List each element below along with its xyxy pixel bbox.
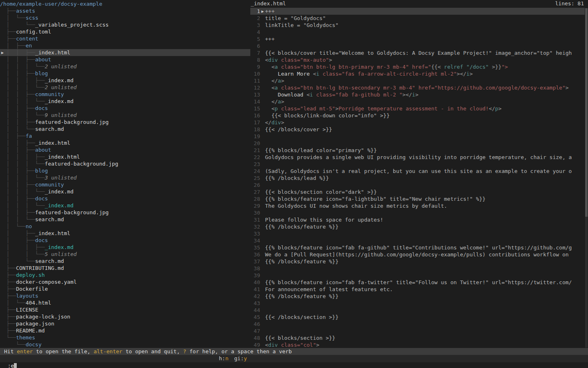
tree-row[interactable]: │ │ ├──about (0, 146, 250, 153)
code-line: 27{{< blocks/section color="dark" >}} (250, 188, 585, 195)
tree-row[interactable]: │ │ ├──blog (0, 167, 250, 174)
tree-row[interactable]: │ │ ├──docs (0, 195, 250, 202)
code-text: {{< blocks/section >}} (265, 334, 335, 341)
status-key-hint: ? (183, 348, 186, 355)
tree-row[interactable]: ├──README.md (0, 327, 250, 334)
tree-row[interactable]: │ ├──docs (0, 237, 250, 244)
line-number: 42 (250, 293, 260, 300)
line-number: 9 (250, 63, 260, 70)
tree-row[interactable]: │ │ │ └──_index.md (0, 202, 250, 209)
tree-row[interactable]: /home/example-user/docsy-example (0, 0, 250, 7)
tree-row[interactable]: │ │ ├──docs (0, 105, 250, 112)
tree-row[interactable]: │ │ │ ├──_index.md (0, 77, 250, 84)
command-input[interactable]: :e (8, 363, 14, 368)
tree-row[interactable]: │ │ │ └──_index.md (0, 188, 250, 195)
input-bar[interactable]: :e h:ngi:y (0, 355, 588, 362)
tree-row[interactable]: ├──CONTRIBUTING.md (0, 265, 250, 272)
line-number: 16 (250, 112, 260, 119)
tree-entry-name: assets (16, 8, 35, 14)
tree-row[interactable]: │ │ │ └──featured-background.jpg (0, 160, 250, 167)
line-marker-gap (260, 147, 265, 154)
tree-row[interactable]: │ ├──en (0, 42, 250, 49)
tree-row[interactable]: │ │ │ └──9 unlisted (0, 112, 250, 119)
tree-branch-lines: │ │ │ └── (0, 202, 45, 209)
tree-row[interactable]: ├──package-lock.json (0, 313, 250, 320)
tree-row[interactable]: ├──Dockerfile (0, 285, 250, 292)
tree-row[interactable]: │ ├──_index.html (0, 230, 250, 237)
tree-row[interactable]: │ │ ├──blog (0, 70, 250, 77)
code-line: 2title = "Goldydocs" (250, 15, 585, 22)
code-text: title = "Goldydocs" (265, 15, 326, 22)
code-line: 6 (250, 43, 585, 49)
tree-branch-lines: ├── (0, 272, 16, 278)
tree-row[interactable]: │ │ │ └──_index.md (0, 98, 250, 105)
line-marker-gap (260, 168, 265, 175)
tree-entry-name: package.json (16, 321, 54, 327)
code-text: Goldydocs provides a single web UI provi… (265, 154, 572, 161)
line-number: 25 (250, 175, 260, 182)
preview-scrollbar[interactable] (585, 8, 588, 348)
code-lines: 1▶+++2title = "Goldydocs"3linkTitle = "G… (250, 8, 585, 348)
line-marker-gap (260, 293, 265, 300)
tree-row[interactable]: │ │ ├──_index.md (0, 244, 250, 251)
tree-branch-lines: │ │ └── (0, 251, 45, 257)
tree-row[interactable]: │ │ │ └──2 unlisted (0, 84, 250, 91)
tree-row[interactable]: │ │ ├──community (0, 91, 250, 98)
tree-branch-lines: │ │ └── (0, 216, 35, 222)
tree-row[interactable]: │ └──no (0, 223, 250, 230)
broot-terminal: { "colors": { "background": "#1d1d1d", "… (0, 0, 588, 368)
tree-row[interactable]: │ │ │ └──3 unlisted (0, 174, 250, 181)
tree-row[interactable]: ├──content (0, 35, 250, 42)
code-line: 1▶+++ (250, 8, 585, 15)
tree-row[interactable]: │ ├──fa (0, 132, 250, 139)
tree-row[interactable]: ├──docker-compose.yaml (0, 278, 250, 285)
tree-row[interactable]: ├──package.json (0, 320, 250, 327)
tree-entry-name: search.md (35, 216, 64, 222)
scrollbar-thumb[interactable] (585, 8, 588, 217)
code-text: {{% /blocks/feature %}} (265, 223, 339, 230)
line-marker-gap (260, 133, 265, 140)
tree-row[interactable]: └──themes (0, 334, 250, 341)
line-marker-gap (260, 314, 265, 321)
tree-entry-name: package-lock.json (16, 314, 70, 320)
tree-row[interactable]: │ └──scss (0, 14, 250, 21)
code-line: 33 (250, 230, 585, 237)
tree-row[interactable]: │ │ ├──about (0, 56, 250, 63)
line-marker-gap (260, 29, 265, 36)
tree-row-selected[interactable]: ▶ │ │ ├──_index.html (0, 49, 250, 56)
tree-branch-lines: ├── (0, 307, 16, 313)
code-line: 25{{% /blocks/lead %}} (250, 175, 585, 182)
tree-row[interactable]: │ │ ├──featured-background.jpg (0, 209, 250, 216)
tree-row[interactable]: ├──LICENSE (0, 306, 250, 313)
tree-row[interactable]: │ │ └──5 unlisted (0, 251, 250, 258)
tree-row[interactable]: ├──config.toml (0, 28, 250, 35)
code-line: 3linkTitle = "Goldydocs" (250, 22, 585, 29)
tree-row[interactable]: │ │ │ └──2 unlisted (0, 63, 250, 70)
line-number: 21 (250, 147, 260, 154)
tree-row[interactable]: ├──layouts (0, 292, 250, 299)
tree-row[interactable]: └──docsy (0, 341, 250, 348)
tree-row[interactable]: │ │ └──search.md (0, 126, 250, 132)
tree-row[interactable]: │ │ ├──featured-background.jpg (0, 119, 250, 126)
code-text: </a> (265, 77, 284, 84)
tree-row[interactable]: │ │ │ ├──_index.html (0, 153, 250, 160)
line-marker-gap (260, 307, 265, 314)
tree-row[interactable]: ├──assets (0, 7, 250, 14)
line-marker-gap (260, 98, 265, 105)
tree-entry-name: en (26, 43, 32, 49)
line-number: 31 (250, 216, 260, 223)
tree-branch-lines: ├── (0, 328, 16, 334)
tree-branch-lines: │ │ ├── (0, 49, 35, 56)
tree-row[interactable]: │ │ ├──_index.html (0, 139, 250, 146)
tree-row[interactable]: │ └──search.md (0, 258, 250, 265)
line-number: 4 (250, 29, 260, 36)
tree-row[interactable]: │ │ ├──community (0, 181, 250, 188)
code-text: (Sadly, Goldydocs isn't a real project, … (265, 168, 572, 175)
tree-entry-name: 404.html (26, 300, 51, 306)
line-marker-gap (260, 230, 265, 237)
tree-row[interactable]: │ └──404.html (0, 299, 250, 306)
tree-row[interactable]: ├──deploy.sh (0, 272, 250, 278)
code-line: 46 (250, 321, 585, 328)
tree-row[interactable]: │ └──_variables_project.scss (0, 21, 250, 28)
tree-row[interactable]: │ │ └──search.md (0, 216, 250, 223)
